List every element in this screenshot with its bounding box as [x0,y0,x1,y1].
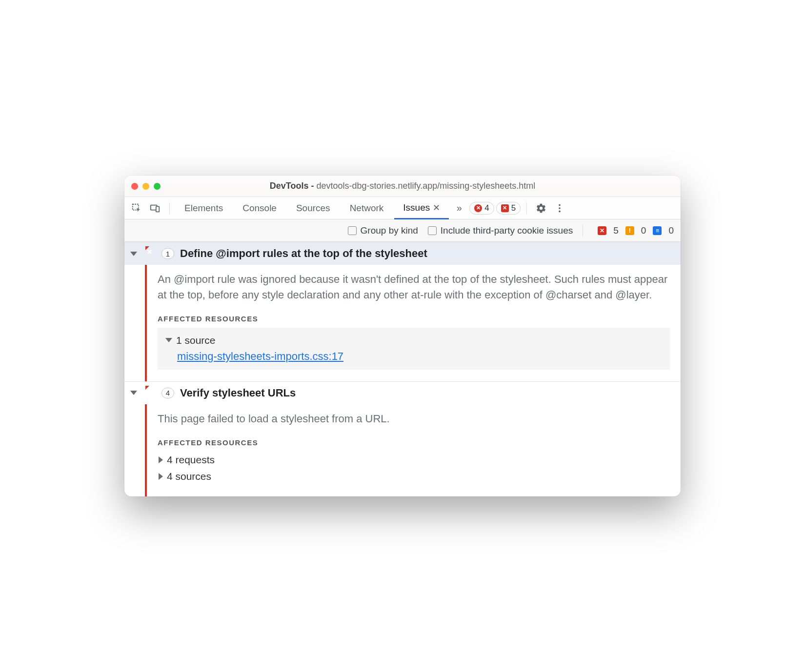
error-dot-icon: ✕ [474,204,482,212]
inspect-element-icon[interactable] [128,200,145,217]
error-count-icon: ✕ [598,226,606,235]
tab-issues[interactable]: Issues ✕ [394,198,449,219]
titlebar: DevTools - devtools-dbg-stories.netlify.… [124,176,681,197]
tab-network[interactable]: Network [341,197,393,219]
expand-arrow-icon [130,391,137,395]
issue-counts: ✕5 !0 ≡0 [598,225,674,236]
svg-point-4 [559,207,561,209]
issue-body: An @import rule was ignored because it w… [145,265,681,381]
settings-button[interactable] [533,200,549,217]
issue-count-pill: 4 [161,388,174,398]
checkbox-icon [428,226,437,235]
window-title: DevTools - devtools-dbg-stories.netlify.… [124,181,681,191]
device-toolbar-icon[interactable] [147,200,163,217]
svg-point-5 [559,210,561,212]
issue-title: Define @import rules at the top of the s… [180,247,427,260]
affected-resources-label: AFFECTED RESOURCES [158,315,670,323]
more-tabs-button[interactable]: » [451,200,467,217]
issue-body: This page failed to load a stylesheet fr… [145,404,681,496]
error-count-badge-2[interactable]: ✕ 5 [496,202,521,215]
expand-arrow-icon [159,473,163,480]
affected-resources-box: 4 requests 4 sources [158,452,670,485]
zoom-window-button[interactable] [154,183,161,190]
issue-header[interactable]: ✕ 4 Verify stylesheet URLs [124,382,681,404]
expand-arrow-icon [159,456,163,463]
traffic-lights [131,183,161,190]
separator [526,202,527,214]
devtools-tabbar: Elements Console Sources Network Issues … [124,197,681,219]
close-window-button[interactable] [131,183,138,190]
tab-console[interactable]: Console [234,197,285,219]
title-prefix: DevTools - [270,181,317,191]
include-third-party-checkbox[interactable]: Include third-party cookie issues [428,225,573,236]
issue-description: This page failed to load a stylesheet fr… [158,411,670,427]
error-bubble-icon: ✕ [143,247,156,260]
title-domain: devtools-dbg-stories.netlify.app/missing… [316,181,535,191]
issue-item: ✕ 4 Verify stylesheet URLs This page fai… [124,381,681,496]
affected-resources-label: AFFECTED RESOURCES [158,438,670,447]
issue-header[interactable]: ✕ 1 Define @import rules at the top of t… [124,242,681,265]
more-options-button[interactable] [551,200,568,217]
svg-point-3 [559,204,561,206]
source-link[interactable]: missing-stylesheets-imports.css:17 [177,350,343,363]
issues-filter-bar: Group by kind Include third-party cookie… [124,219,681,242]
svg-rect-2 [156,206,159,212]
error-square-icon: ✕ [501,204,509,212]
tab-sources[interactable]: Sources [287,197,339,219]
group-by-kind-checkbox[interactable]: Group by kind [348,225,418,236]
error-bubble-icon: ✕ [143,387,156,399]
separator [169,202,170,214]
info-count-icon: ≡ [653,226,662,235]
resource-group-row[interactable]: 4 sources [158,468,670,485]
affected-resources-box: 1 source missing-stylesheets-imports.css… [158,328,670,370]
devtools-window: DevTools - devtools-dbg-stories.netlify.… [124,176,681,496]
tab-elements[interactable]: Elements [176,197,232,219]
issue-item: ✕ 1 Define @import rules at the top of t… [124,242,681,381]
resource-group-row[interactable]: 4 requests [158,452,670,468]
minimize-window-button[interactable] [142,183,149,190]
expand-arrow-icon [130,252,137,256]
warning-count-icon: ! [625,226,634,235]
issue-description: An @import rule was ignored because it w… [158,272,670,303]
sources-summary-row[interactable]: 1 source [165,335,662,346]
close-tab-icon[interactable]: ✕ [433,202,440,213]
issue-count-pill: 1 [161,248,174,259]
collapse-arrow-icon [165,338,172,342]
checkbox-icon [348,226,357,235]
issue-title: Verify stylesheet URLs [180,387,296,399]
error-count-badge-1[interactable]: ✕ 4 [469,202,494,215]
separator [583,225,583,237]
